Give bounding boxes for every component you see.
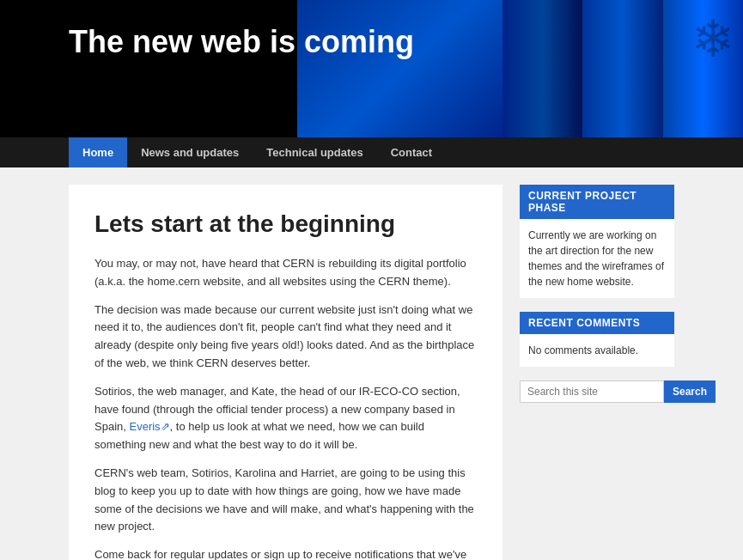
current-project-widget: CURRENT PROJECT PHASE Currently we are w… [520, 185, 674, 298]
nav-item-news[interactable]: News and updates [127, 137, 253, 167]
article-paragraph-1: You may, or may not, have heard that CER… [94, 255, 477, 291]
sidebar: CURRENT PROJECT PHASE Currently we are w… [520, 185, 674, 560]
nav-item-technical[interactable]: Technical updates [253, 137, 376, 167]
current-project-title: CURRENT PROJECT PHASE [520, 185, 674, 219]
main-layout: Lets start at the beginning You may, or … [0, 167, 743, 560]
site-title: The new web is coming [0, 0, 743, 84]
recent-comments-title: RECENT COMMENTS [520, 312, 674, 334]
search-widget: Search [520, 380, 674, 403]
current-project-body: Currently we are working on the art dire… [520, 219, 674, 298]
site-header: ❄ The new web is coming [0, 0, 743, 137]
search-form: Search [520, 380, 674, 403]
article-paragraph-3: Sotirios, the web manager, and Kate, the… [94, 383, 477, 454]
recent-comments-body: No comments available. [520, 334, 674, 367]
everis-link[interactable]: Everis⇗ [129, 420, 169, 433]
search-input[interactable] [520, 380, 664, 403]
article-title: Lets start at the beginning [94, 210, 477, 238]
nav-item-contact[interactable]: Contact [377, 137, 446, 167]
article-content: Lets start at the beginning You may, or … [69, 185, 502, 560]
article-body: You may, or may not, have heard that CER… [94, 255, 477, 560]
article-paragraph-2: The decision was made because our curren… [94, 301, 477, 373]
main-nav: Home News and updates Technical updates … [0, 137, 743, 167]
nav-item-home[interactable]: Home [69, 137, 127, 167]
article-paragraph-5: Come back for regular updates or sign up… [94, 546, 477, 560]
article-paragraph-4: CERN's web team, Sotirios, Karolina and … [94, 465, 477, 536]
recent-comments-widget: RECENT COMMENTS No comments available. [520, 312, 674, 367]
search-button[interactable]: Search [664, 380, 716, 403]
